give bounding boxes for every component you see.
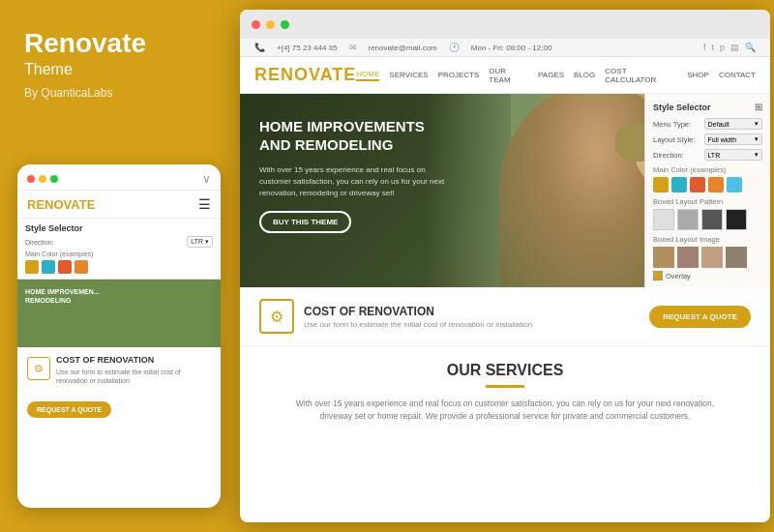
mobile-hero-title: HOME IMPROVEMEN...REMODELING	[25, 287, 213, 305]
site-logo: RENOVATE	[254, 65, 356, 85]
mobile-swatch-4[interactable]	[74, 260, 88, 274]
clock-icon: 🕐	[449, 43, 460, 52]
hero-title: HOME IMPROVEMENTSAND REMODELING	[259, 118, 453, 155]
request-quote-button[interactable]: REQUEST A QUOTE	[649, 306, 751, 328]
brand-subtitle: Theme	[24, 61, 213, 78]
ss-boxed-layout-label: Boxed Layout Pattern	[653, 197, 762, 206]
ss-direction-select[interactable]: LTR ▾	[704, 149, 763, 161]
mobile-top-bar: ∨	[17, 164, 221, 191]
cost-text-title: COST OF RENOVATION	[304, 305, 532, 318]
ss-menu-type-select[interactable]: Default ▾	[704, 118, 763, 130]
mobile-cost-desc: Use our form to estimate the initial cos…	[56, 368, 211, 385]
ss-img-1[interactable]	[653, 247, 674, 268]
mobile-cost-section: ⚙ COST OF RENOVATION Use our form to est…	[17, 347, 221, 426]
cost-icon: ⚙	[259, 299, 294, 334]
nav-item-pages[interactable]: PAGES	[538, 71, 564, 79]
pinterest-icon[interactable]: p	[720, 43, 725, 52]
cost-left: ⚙ COST OF RENOVATION Use our form to est…	[259, 299, 532, 334]
phone-number: +[4] 75 23 444 35	[277, 44, 338, 52]
left-panel: Renovate Theme By QuanticaLabs ∨ RENOVAT…	[0, 0, 237, 532]
hero-buy-button[interactable]: BUY THIS THEME	[259, 211, 351, 233]
ss-menu-type-label: Menu Type:	[653, 120, 704, 129]
site-topbar-left: 📞 +[4] 75 23 444 35 ✉ renovate@mail.com …	[254, 43, 551, 52]
mobile-style-selector: Style Selector Direction: LTR ▾ Main Col…	[17, 219, 221, 280]
cost-icon-symbol: ⚙	[270, 308, 283, 326]
mobile-cost-title: COST OF RENOVATION	[56, 355, 211, 365]
hours: Mon - Fri: 08:00 - 12:00	[471, 44, 552, 52]
ss-image-thumbs	[653, 247, 762, 268]
mobile-ss-title: Style Selector	[25, 223, 213, 233]
ss-pattern-2[interactable]	[677, 209, 699, 230]
nav-item-shop[interactable]: SHOP	[687, 71, 709, 79]
rss-icon[interactable]: ▤	[730, 43, 739, 52]
ss-pattern-swatches	[653, 209, 762, 230]
ss-grid-icon: ⊞	[755, 102, 762, 112]
mobile-style-direction-row: Direction: LTR ▾	[25, 236, 213, 248]
mobile-nav: RENOVATE ☰	[17, 191, 221, 219]
mobile-cost-icon-symbol: ⚙	[34, 363, 44, 375]
nav-item-home[interactable]: HOME	[356, 70, 379, 81]
services-section: OUR SERVICES With over 15 years experien…	[240, 346, 770, 432]
ss-layout-chevron: ▾	[755, 135, 759, 143]
ss-layout-style-select[interactable]: Full width ▾	[704, 133, 763, 145]
ss-pattern-3[interactable]	[701, 209, 723, 230]
mobile-cost-icon: ⚙	[27, 357, 50, 380]
mobile-minimize-dot	[39, 175, 46, 183]
ss-direction-row: Direction: LTR ▾	[653, 149, 762, 161]
twitter-icon[interactable]: t	[711, 43, 714, 52]
nav-item-our-team[interactable]: OUR TEAM	[489, 67, 528, 84]
ss-boxed-image-label: Boxed Layout Image	[653, 235, 762, 244]
mobile-direction-label: Direction:	[25, 239, 54, 246]
ss-menu-type-value: Default	[708, 121, 729, 128]
nav-item-projects[interactable]: PROJECTS	[438, 71, 480, 79]
mobile-mockup: ∨ RENOVATE ☰ Style Selector Direction: L…	[17, 164, 221, 508]
ss-swatch-yellow[interactable]	[653, 177, 669, 192]
services-divider	[486, 385, 524, 388]
ss-menu-chevron: ▾	[755, 120, 759, 128]
browser-maximize-dot[interactable]	[281, 20, 289, 29]
ss-swatch-red[interactable]	[690, 177, 705, 192]
mobile-swatch-3[interactable]	[58, 260, 72, 274]
browser-close-dot[interactable]	[252, 20, 260, 29]
nav-item-services[interactable]: SERVICES	[389, 71, 428, 79]
services-desc: With over 15 years experience and real f…	[292, 398, 718, 423]
mobile-swatch-1[interactable]	[25, 260, 39, 274]
ss-pattern-1[interactable]	[653, 209, 674, 230]
nav-item-blog[interactable]: BLOG	[574, 71, 595, 79]
facebook-icon[interactable]: f	[703, 43, 706, 52]
nav-item-contact[interactable]: CONTACT	[719, 71, 756, 79]
ss-img-2[interactable]	[677, 247, 699, 268]
browser-minimize-dot[interactable]	[266, 20, 275, 29]
mobile-swatch-2[interactable]	[42, 260, 55, 274]
browser-chrome	[240, 10, 770, 39]
ss-swatch-blue[interactable]	[727, 177, 742, 192]
phone-icon: 📞	[254, 43, 265, 52]
ss-overlay-row: Overlay	[653, 271, 762, 281]
search-icon[interactable]: 🔍	[745, 43, 756, 52]
ss-swatch-teal[interactable]	[671, 177, 687, 192]
ss-direction-chevron: ▾	[755, 151, 759, 159]
mobile-hamburger-icon[interactable]: ☰	[198, 196, 211, 212]
mobile-chevron-icon: ∨	[202, 172, 211, 186]
mobile-request-quote-button[interactable]: REQUEST A QUOTE	[27, 401, 111, 418]
hero-content: HOME IMPROVEMENTSAND REMODELING With ove…	[259, 118, 453, 233]
ss-img-4[interactable]	[726, 247, 747, 268]
ss-color-swatches	[653, 177, 762, 192]
mobile-cost-text: COST OF RENOVATION Use our form to estim…	[56, 355, 211, 391]
ss-overlay-checkbox[interactable]	[653, 271, 663, 281]
nav-item-cost-calculator[interactable]: COST CALCULATOR	[605, 67, 677, 84]
ss-swatch-orange[interactable]	[708, 177, 724, 192]
ss-img-3[interactable]	[701, 247, 723, 268]
desktop-mockup: 📞 +[4] 75 23 444 35 ✉ renovate@mail.com …	[240, 10, 770, 522]
services-title: OUR SERVICES	[259, 362, 751, 379]
mobile-close-dot	[27, 175, 35, 183]
site-hero: HOME IMPROVEMENTSAND REMODELING With ove…	[240, 94, 770, 287]
email-address: renovate@mail.com	[369, 44, 437, 52]
site-topbar: 📞 +[4] 75 23 444 35 ✉ renovate@mail.com …	[240, 39, 770, 57]
mobile-direction-select[interactable]: LTR ▾	[187, 236, 213, 248]
ss-direction-label: Direction:	[653, 151, 704, 160]
site-nav: HOME SERVICES PROJECTS OUR TEAM PAGES BL…	[356, 67, 756, 84]
ss-pattern-4[interactable]	[726, 209, 747, 230]
mobile-logo: RENOVATE	[27, 197, 95, 212]
ss-main-color-label: Main Color (examples)	[653, 165, 762, 174]
